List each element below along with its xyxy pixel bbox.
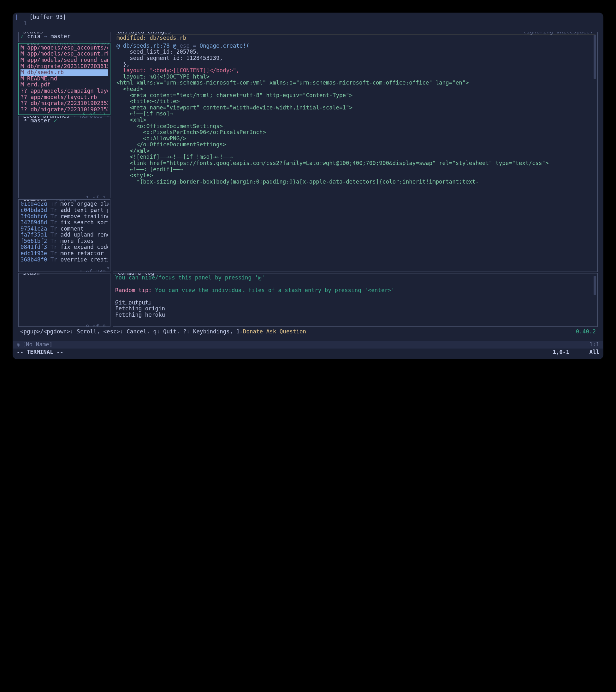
commit-row[interactable]: 3428948d Tr fix search sorting (21, 219, 108, 226)
random-tip-label: Random tip: (115, 287, 152, 293)
commits-scrollbar[interactable]: ▲ ▼ (106, 201, 109, 270)
random-tip-text: You can view the individual files of a s… (152, 287, 395, 293)
diff-modified-file: modified: db/seeds.rb (116, 35, 595, 41)
diff-context-line[interactable]: seed_list_id: 205705, (116, 49, 595, 55)
local-branches-tab[interactable]: Local branches (23, 116, 70, 119)
commit-row[interactable]: 0841fdf3 Tr fix expand code (21, 244, 108, 251)
diff-hunk-header: @ db/seeds.rb:78 @ esp = Ongage.create!( (116, 43, 595, 49)
version: 0.40.2 (576, 329, 596, 335)
tab-bar: [buffer 93] 1 (13, 13, 603, 27)
diff-context-line[interactable]: }, (116, 62, 595, 68)
file-row[interactable]: ?? app/models/campaign_layout. (21, 88, 108, 94)
diff-added-line[interactable]: layout: %Q{<!DOCTYPE html> <html xmlns:v… (116, 74, 595, 185)
ask-question-link[interactable]: Ask Question (266, 328, 306, 334)
file-row[interactable]: M erd.pdf (21, 82, 108, 88)
status-title: Status (23, 32, 43, 35)
stash-count: 0 of 0 (85, 324, 107, 327)
arrow-icon: → (44, 33, 47, 39)
branches-panel[interactable]: Local branches - Remotes - T * master ✓ … (18, 116, 110, 198)
buffer-label: [buffer 93] (30, 14, 66, 20)
command-log-panel[interactable]: Command log You can hide/focus this pane… (113, 273, 598, 327)
commit-row[interactable]: edc1f93e Tr more refactor (21, 251, 108, 257)
lazygit-app: Status ✓ chia → master Files - Worktrees… (17, 31, 599, 337)
commit-row[interactable]: fa7f35a1 Tr add upland renderi (21, 232, 108, 238)
reflog-tab[interactable]: Reflog (56, 199, 76, 202)
commit-row[interactable]: 368b48f0 Tr override creative (21, 257, 108, 263)
vim-scroll-pos: All (589, 349, 599, 355)
remotes-tab[interactable]: Remotes (80, 116, 103, 119)
cursor-indicator (16, 15, 17, 20)
file-row[interactable]: M app/models/esp_account.rb (21, 51, 108, 57)
cmdlog-scrollbar[interactable] (594, 276, 596, 324)
vim-statusline: ◉[No Name] 1:1 (13, 341, 603, 348)
git-output-line: Fetching heroku (115, 311, 165, 318)
stash-panel[interactable]: Stash 0 of 0 (18, 273, 110, 327)
worktrees-tab[interactable]: Worktrees (49, 43, 80, 46)
status-panel[interactable]: Status ✓ chia → master (18, 32, 110, 42)
diff-scrollbar[interactable] (594, 35, 596, 269)
help-bar: <pgup>/<pgdown>: Scroll, <esc>: Cancel, … (17, 327, 599, 337)
commits-count: 1 of 239 (78, 269, 107, 272)
commits-panel[interactable]: Commits - Reflog 01cd4e2d Tr more ongage… (18, 199, 110, 272)
scroll-down-icon[interactable]: ▼ (107, 265, 109, 271)
eye-icon: ◉ (17, 341, 20, 348)
diff-context-line[interactable]: seed_segment_id: 1128453239, (116, 55, 595, 62)
commit-row[interactable]: f5661bf2 Tr more fixes (21, 238, 108, 244)
diff-panel[interactable]: Unstaged changes (ignoring whitespace) m… (113, 32, 598, 272)
donate-link[interactable]: Donate (243, 328, 263, 334)
line-number: 1 (24, 20, 27, 26)
vim-noname: [No Name] (23, 341, 53, 348)
vim-pos: 1:1 (589, 342, 599, 348)
commit-row[interactable]: c04bda3d Tr add text part proc (21, 207, 108, 214)
window-frame: [buffer 93] 1 Status ✓ chia → master Fil… (13, 13, 603, 359)
branch-name: master (50, 33, 70, 39)
cmdlog-title: Command log (118, 273, 154, 276)
vim-cursor-pos: 1,0-1 (553, 349, 569, 355)
stash-title: Stash (23, 273, 40, 276)
files-tab[interactable]: Files (23, 43, 40, 46)
commit-row[interactable]: 3f0dbfc6 Tr remove trailing (21, 214, 108, 220)
branches-count: 1 of 1 (85, 195, 107, 198)
git-output-label: Git output: (115, 299, 152, 306)
file-row[interactable]: ?? db/migrate/20231019023525_c (21, 100, 108, 107)
vim-mode: -- TERMINAL -- (17, 349, 63, 355)
vim-modeline: -- TERMINAL -- 1,0-1 All (13, 348, 603, 359)
commits-tab[interactable]: Commits (23, 199, 46, 202)
file-row[interactable]: ?? app/models/layout.rb (21, 94, 108, 101)
commit-row[interactable]: 97541c2a Tr comment (21, 226, 108, 232)
submodules-tab[interactable]: Submodul (90, 43, 110, 46)
file-row[interactable]: M db/migrate/20231007203615_c (21, 63, 108, 70)
help-keys: <pgup>/<pgdown>: Scroll, <esc>: Cancel, … (20, 328, 243, 334)
scroll-up-icon[interactable]: ▲ (107, 201, 109, 206)
git-output-line: Fetching origin (115, 305, 165, 311)
commits-list: 01cd4e2d Tr more ongage alignmc04bda3d T… (21, 201, 108, 263)
files-panel[interactable]: Files - Worktrees - Submodul M app/model… (18, 43, 110, 115)
file-row[interactable]: M app/models/seed_round_campa (21, 57, 108, 63)
diff-deleted-line[interactable]: layout: "<body>[[CONTENT]]</body>", (116, 67, 595, 74)
file-row[interactable]: M README.md (21, 76, 108, 82)
file-row[interactable]: M db/seeds.rb (21, 69, 108, 76)
files-list: M app/models/esp_accounts/ong M app/mode… (21, 45, 108, 113)
files-count: 5 of 11 (81, 112, 107, 115)
